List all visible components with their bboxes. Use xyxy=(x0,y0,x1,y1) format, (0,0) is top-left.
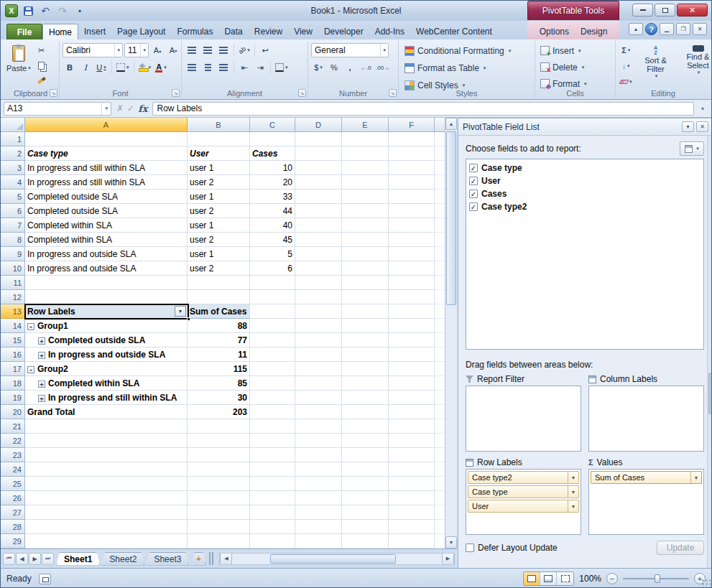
align-bottom-button[interactable] xyxy=(216,43,231,57)
row-labels-filter-button[interactable]: ▼ xyxy=(175,306,186,317)
expand-item-icon[interactable]: + xyxy=(38,352,45,359)
cell[interactable] xyxy=(389,405,435,419)
row-header[interactable]: 22 xyxy=(1,434,25,448)
panel-scrollbar-thumb[interactable] xyxy=(708,373,712,414)
bold-button[interactable]: B xyxy=(63,60,77,75)
cell[interactable] xyxy=(389,233,435,247)
cell[interactable] xyxy=(250,276,295,290)
cell[interactable] xyxy=(389,419,435,434)
cell[interactable] xyxy=(342,161,389,175)
tab-formulas[interactable]: Formulas xyxy=(171,24,218,39)
comma-style-button[interactable]: , xyxy=(343,60,357,75)
cell[interactable] xyxy=(342,190,389,204)
cell[interactable] xyxy=(342,175,389,190)
pivot-row-cell[interactable]: -Group1 xyxy=(25,319,188,333)
sheet-tab-sheet2[interactable]: Sheet2 xyxy=(101,552,144,566)
field-item-cases[interactable]: ✓Cases xyxy=(468,187,702,200)
orientation-button[interactable]: ab▾ xyxy=(237,43,251,57)
field-item-case-type2[interactable]: ✓Case type2 xyxy=(468,200,702,213)
cell[interactable] xyxy=(389,132,435,146)
row-header[interactable]: 2 xyxy=(1,146,25,161)
cell[interactable] xyxy=(295,491,342,505)
row-header[interactable]: 26 xyxy=(1,491,25,505)
cell[interactable] xyxy=(250,520,295,534)
cell[interactable] xyxy=(342,376,389,391)
cell[interactable] xyxy=(389,505,435,520)
undo-button[interactable]: ↶ xyxy=(38,4,52,17)
cell[interactable] xyxy=(250,132,295,146)
tab-review[interactable]: Review xyxy=(249,24,288,39)
cell[interactable] xyxy=(295,132,342,146)
customize-qat-button[interactable]: ▾ xyxy=(73,4,87,17)
align-left-button[interactable] xyxy=(185,60,199,75)
autosum-button[interactable]: Σ▾ xyxy=(619,43,634,57)
cell[interactable]: 10 xyxy=(250,161,295,175)
cell[interactable]: 40 xyxy=(250,218,295,233)
row-header[interactable]: 16 xyxy=(1,347,25,362)
cell[interactable] xyxy=(342,391,389,405)
cell[interactable] xyxy=(389,534,435,549)
horizontal-scrollbar-thumb[interactable] xyxy=(270,554,396,564)
row-header[interactable]: 12 xyxy=(1,290,25,304)
insert-cells-button[interactable]: +Insert▾ xyxy=(538,43,589,58)
cell[interactable]: 5 xyxy=(250,247,295,261)
percent-style-button[interactable]: % xyxy=(327,60,341,75)
cell[interactable]: In progress and outside SLA xyxy=(25,247,188,261)
number-dialog-launcher[interactable]: ↘ xyxy=(389,89,397,97)
pivot-value-cell[interactable]: 11 xyxy=(188,347,250,362)
cell[interactable] xyxy=(295,175,342,190)
cell[interactable] xyxy=(295,505,342,520)
cell[interactable] xyxy=(389,319,435,333)
align-top-button[interactable] xyxy=(185,43,199,57)
tab-webcenter-content[interactable]: WebCenter Content xyxy=(410,24,498,39)
pivot-values-header-cell[interactable]: Sum of Cases xyxy=(188,304,250,319)
cell[interactable] xyxy=(295,276,342,290)
cell[interactable]: user 2 xyxy=(188,233,250,247)
row-header[interactable]: 29 xyxy=(1,534,25,549)
cell[interactable] xyxy=(389,434,435,448)
sheet-tab-sheet3[interactable]: Sheet3 xyxy=(146,552,189,566)
minimize-ribbon-button[interactable]: ▴ xyxy=(629,23,643,35)
zoom-slider-thumb[interactable] xyxy=(655,574,660,583)
checkbox-checked-icon[interactable]: ✓ xyxy=(469,164,478,172)
cell[interactable] xyxy=(342,491,389,505)
cell[interactable] xyxy=(295,462,342,477)
tab-insert[interactable]: Insert xyxy=(78,24,111,39)
cell[interactable]: user 2 xyxy=(188,175,250,190)
minimize-button[interactable] xyxy=(632,4,653,17)
workbook-restore-button[interactable]: ❐ xyxy=(676,23,690,35)
cell[interactable] xyxy=(389,520,435,534)
merge-center-button[interactable]: ▾ xyxy=(274,60,290,75)
pivot-value-cell[interactable]: 203 xyxy=(188,405,250,419)
cell[interactable] xyxy=(389,347,435,362)
zoom-level-label[interactable]: 100% xyxy=(579,574,601,584)
pivot-value-cell[interactable]: 77 xyxy=(188,333,250,347)
cell[interactable] xyxy=(295,233,342,247)
update-button[interactable]: Update xyxy=(657,541,704,555)
row-header[interactable]: 1 xyxy=(1,132,25,146)
delete-cells-button[interactable]: ×Delete▾ xyxy=(538,60,589,75)
cell[interactable] xyxy=(25,520,188,534)
tab-home[interactable]: Home xyxy=(42,24,78,39)
help-button[interactable]: ? xyxy=(645,23,657,35)
column-header-f[interactable]: F xyxy=(389,118,435,132)
cell[interactable] xyxy=(25,462,188,477)
cell[interactable] xyxy=(342,132,389,146)
normal-view-button[interactable] xyxy=(524,572,540,585)
cell[interactable] xyxy=(342,477,389,491)
cell[interactable]: user 1 xyxy=(188,218,250,233)
cell[interactable] xyxy=(295,161,342,175)
cell[interactable] xyxy=(342,405,389,419)
cell[interactable] xyxy=(295,304,342,319)
cell[interactable] xyxy=(250,448,295,462)
cell[interactable] xyxy=(295,419,342,434)
font-size-combo[interactable]: 11▾ xyxy=(124,43,149,57)
cell[interactable] xyxy=(295,333,342,347)
cell[interactable] xyxy=(188,434,250,448)
align-middle-button[interactable] xyxy=(200,43,215,57)
cell[interactable] xyxy=(389,175,435,190)
row-labels-area[interactable]: Case type2▼ Case type▼ User▼ xyxy=(466,469,581,535)
cell[interactable] xyxy=(25,448,188,462)
last-sheet-button[interactable]: ⏭ xyxy=(42,553,54,565)
cell[interactable] xyxy=(25,505,188,520)
